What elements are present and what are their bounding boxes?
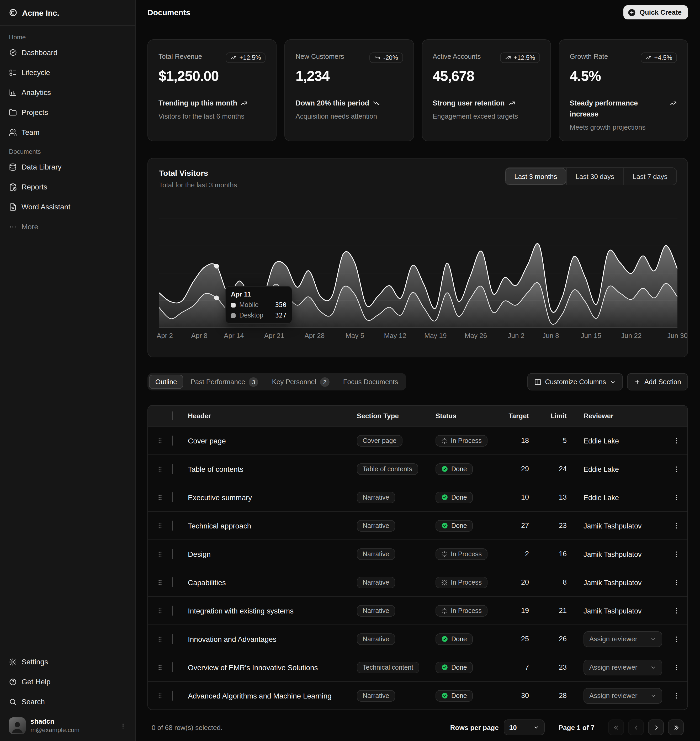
target-value[interactable]: 30 xyxy=(505,692,538,700)
limit-value[interactable]: 24 xyxy=(538,465,584,473)
drag-handle-icon[interactable] xyxy=(148,692,172,699)
drag-handle-icon[interactable] xyxy=(148,550,172,557)
last-page-button[interactable] xyxy=(668,719,684,735)
row-header[interactable]: Capabilities xyxy=(188,578,357,587)
row-header[interactable]: Integration with existing systems xyxy=(188,606,357,615)
limit-value[interactable]: 5 xyxy=(538,437,584,444)
tab-focus-documents[interactable]: Focus Documents xyxy=(337,375,404,389)
select-all-checkbox[interactable] xyxy=(172,412,173,420)
assign-reviewer-select[interactable]: Assign reviewer xyxy=(584,659,662,675)
assign-reviewer-select[interactable]: Assign reviewer xyxy=(584,631,662,647)
row-checkbox[interactable] xyxy=(172,435,173,445)
row-menu-icon[interactable] xyxy=(665,522,687,529)
sidebar-item-dashboard[interactable]: Dashboard xyxy=(5,45,131,60)
quick-create-button[interactable]: Quick Create xyxy=(624,5,688,19)
assign-reviewer-select[interactable]: Assign reviewer xyxy=(584,688,662,703)
row-checkbox[interactable] xyxy=(172,549,173,559)
previous-page-button[interactable] xyxy=(628,719,644,735)
target-value[interactable]: 20 xyxy=(505,578,538,586)
circle-plus-icon xyxy=(628,8,636,16)
row-checkbox[interactable] xyxy=(172,464,173,473)
x-tick: Apr 14 xyxy=(224,332,244,340)
row-header[interactable]: Design xyxy=(188,550,357,558)
drag-handle-icon[interactable] xyxy=(148,522,172,529)
row-menu-icon[interactable] xyxy=(665,635,687,642)
target-value[interactable]: 25 xyxy=(505,635,538,643)
row-menu-icon[interactable] xyxy=(665,550,687,557)
row-header[interactable]: Table of contents xyxy=(188,465,357,473)
drag-handle-icon[interactable] xyxy=(148,579,172,586)
row-menu-icon[interactable] xyxy=(665,437,687,444)
row-header[interactable]: Advanced Algorithms and Machine Learning xyxy=(188,691,357,700)
customize-columns-button[interactable]: Customize Columns xyxy=(527,373,623,390)
first-page-button[interactable] xyxy=(608,719,624,735)
rows-per-page-select[interactable]: 10 xyxy=(504,719,545,735)
row-checkbox[interactable] xyxy=(172,662,173,672)
row-menu-icon[interactable] xyxy=(665,465,687,473)
status-chip: In Process xyxy=(435,576,487,588)
sidebar-item-team[interactable]: Team xyxy=(5,124,131,140)
sidebar-item-analytics[interactable]: Analytics xyxy=(5,84,131,100)
tab-key-personnel[interactable]: Key Personnel2 xyxy=(266,375,336,389)
row-header[interactable]: Executive summary xyxy=(188,493,357,501)
row-checkbox[interactable] xyxy=(172,605,173,615)
row-menu-icon[interactable] xyxy=(665,494,687,501)
drag-handle-icon[interactable] xyxy=(148,494,172,501)
row-menu-icon[interactable] xyxy=(665,607,687,614)
tab-outline[interactable]: Outline xyxy=(149,375,183,389)
row-menu-icon[interactable] xyxy=(665,692,687,699)
sidebar-item-search[interactable]: Search xyxy=(5,694,131,710)
sidebar-item-get-help[interactable]: Get Help xyxy=(5,674,131,690)
limit-value[interactable]: 16 xyxy=(538,550,584,558)
sidebar-item-data-library[interactable]: Data Library xyxy=(5,159,131,175)
sidebar-item-projects[interactable]: Projects xyxy=(5,104,131,120)
chart-range-toggle: Last 3 monthsLast 30 daysLast 7 days xyxy=(505,168,677,185)
row-menu-icon[interactable] xyxy=(665,664,687,671)
row-checkbox[interactable] xyxy=(172,690,173,700)
target-value[interactable]: 18 xyxy=(505,437,538,444)
sidebar-item-lifecycle[interactable]: Lifecycle xyxy=(5,65,131,80)
drag-handle-icon[interactable] xyxy=(148,664,172,671)
range-option-last-3-months[interactable]: Last 3 months xyxy=(505,168,566,185)
brand[interactable]: Acme Inc. xyxy=(0,0,135,26)
sidebar-item-reports[interactable]: Reports xyxy=(5,179,131,195)
sidebar-item-word-assistant[interactable]: Word Assistant xyxy=(5,199,131,215)
row-checkbox[interactable] xyxy=(172,520,173,530)
target-value[interactable]: 27 xyxy=(505,522,538,529)
row-header[interactable]: Innovation and Advantages xyxy=(188,635,357,643)
drag-handle-icon[interactable] xyxy=(148,607,172,614)
row-checkbox[interactable] xyxy=(172,492,173,502)
drag-handle-icon[interactable] xyxy=(148,437,172,444)
target-value[interactable]: 7 xyxy=(505,663,538,671)
limit-value[interactable]: 21 xyxy=(538,607,584,615)
limit-value[interactable]: 28 xyxy=(538,692,584,700)
user-card[interactable]: shadcn m@example.com xyxy=(5,714,131,738)
limit-value[interactable]: 23 xyxy=(538,522,584,529)
drag-handle-icon[interactable] xyxy=(148,635,172,642)
target-value[interactable]: 10 xyxy=(505,493,538,501)
row-checkbox[interactable] xyxy=(172,634,173,644)
row-header[interactable]: Cover page xyxy=(188,437,357,445)
next-page-button[interactable] xyxy=(648,719,664,735)
drag-handle-icon[interactable] xyxy=(148,465,172,473)
clipboard-clock-icon xyxy=(9,183,17,191)
target-value[interactable]: 2 xyxy=(505,550,538,558)
range-option-last-30-days[interactable]: Last 30 days xyxy=(566,168,623,185)
limit-value[interactable]: 26 xyxy=(538,635,584,643)
target-value[interactable]: 29 xyxy=(505,465,538,473)
plus-icon xyxy=(634,378,641,385)
row-header[interactable]: Technical approach xyxy=(188,521,357,530)
row-checkbox[interactable] xyxy=(172,577,173,587)
target-value[interactable]: 19 xyxy=(505,607,538,615)
limit-value[interactable]: 8 xyxy=(538,578,584,586)
sidebar-item-more[interactable]: More xyxy=(5,219,131,235)
limit-value[interactable]: 13 xyxy=(538,493,584,501)
row-header[interactable]: Overview of EMR's Innovative Solutions xyxy=(188,663,357,672)
row-menu-icon[interactable] xyxy=(665,579,687,586)
user-menu-icon[interactable] xyxy=(120,722,126,729)
add-section-button[interactable]: Add Section xyxy=(627,373,688,390)
sidebar-item-settings[interactable]: Settings xyxy=(5,654,131,670)
range-option-last-7-days[interactable]: Last 7 days xyxy=(623,168,676,185)
tab-past-performance[interactable]: Past Performance3 xyxy=(184,375,265,389)
limit-value[interactable]: 23 xyxy=(538,663,584,671)
